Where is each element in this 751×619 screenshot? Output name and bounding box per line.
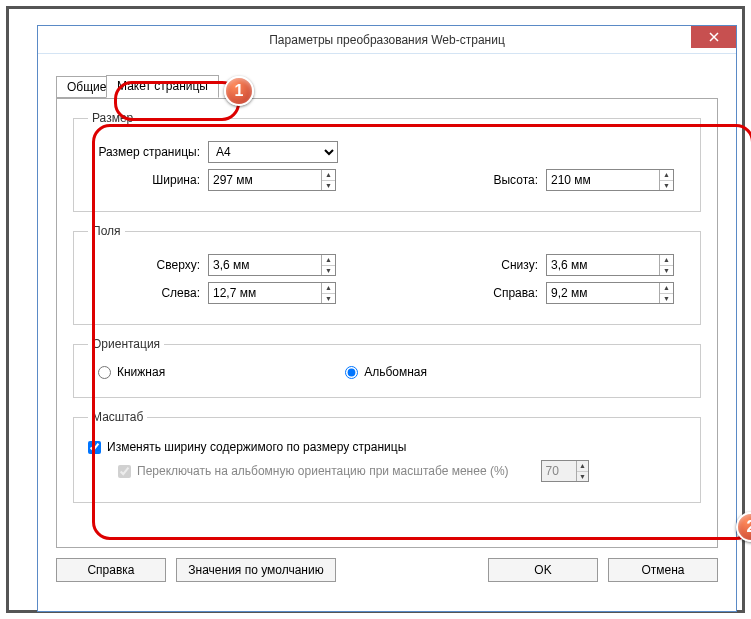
chevron-up-icon[interactable]: ▲ [322,170,335,181]
defaults-button[interactable]: Значения по умолчанию [176,558,336,582]
margin-left-spinner[interactable]: ▲▼ [208,282,336,304]
margin-top-input[interactable] [209,255,321,275]
help-button[interactable]: Справка [56,558,166,582]
group-size: Размер Размер страницы: A4 Ширина: ▲▼ [73,111,701,212]
window-title: Параметры преобразования Web-страниц [269,33,505,47]
chevron-up-icon[interactable]: ▲ [322,255,335,266]
width-input[interactable] [209,170,321,190]
width-spinner[interactable]: ▲▼ [208,169,336,191]
group-orientation-legend: Ориентация [88,337,164,351]
radio-portrait-input[interactable] [98,366,111,379]
margin-top-spinner[interactable]: ▲▼ [208,254,336,276]
group-orientation: Ориентация Книжная Альбомная [73,337,701,398]
annotation-badge-1: 1 [224,76,254,106]
radio-landscape-label: Альбомная [364,365,427,379]
dialog-window: Параметры преобразования Web-страниц Общ… [37,25,737,612]
height-spinner[interactable]: ▲▼ [546,169,674,191]
switch-landscape-spinner: ▲▼ [541,460,589,482]
chevron-down-icon: ▼ [577,472,587,482]
spinner-arrows[interactable]: ▲▼ [659,170,673,190]
switch-landscape-checkbox [118,465,131,478]
switch-landscape-label: Переключать на альбомную ориентацию при … [137,464,509,478]
button-bar: Справка Значения по умолчанию OK Отмена [56,548,718,582]
chevron-up-icon: ▲ [577,461,587,472]
tab-bar: Общие Макет страницы [56,74,718,98]
spinner-arrows[interactable]: ▲▼ [321,170,335,190]
close-icon [709,32,719,42]
group-margins: Поля Сверху: ▲▼ Снизу: ▲▼ [73,224,701,325]
margin-left-label: Слева: [88,286,208,300]
chevron-down-icon[interactable]: ▼ [660,181,673,191]
margin-right-label: Справа: [456,286,546,300]
chevron-up-icon[interactable]: ▲ [322,283,335,294]
dialog-content: Общие Макет страницы Размер Размер стран… [38,54,736,594]
spinner-arrows[interactable]: ▲▼ [321,255,335,275]
height-label: Высота: [456,173,546,187]
margin-right-input[interactable] [547,283,659,303]
outer-frame: Параметры преобразования Web-страниц Общ… [6,6,745,613]
page-size-label: Размер страницы: [88,145,208,159]
spinner-arrows[interactable]: ▲▼ [659,283,673,303]
titlebar: Параметры преобразования Web-страниц [38,26,736,54]
margin-top-label: Сверху: [88,258,208,272]
spinner-arrows: ▲▼ [576,461,587,481]
chevron-up-icon[interactable]: ▲ [660,255,673,266]
margin-bottom-label: Снизу: [456,258,546,272]
chevron-down-icon[interactable]: ▼ [322,181,335,191]
switch-landscape-row: Переключать на альбомную ориентацию при … [118,460,686,482]
spinner-arrows[interactable]: ▲▼ [659,255,673,275]
height-input[interactable] [547,170,659,190]
spinner-arrows[interactable]: ▲▼ [321,283,335,303]
radio-portrait-label: Книжная [117,365,165,379]
group-scale: Масштаб Изменять ширину содержимого по р… [73,410,701,503]
chevron-down-icon[interactable]: ▼ [660,294,673,304]
margin-left-input[interactable] [209,283,321,303]
radio-landscape-input[interactable] [345,366,358,379]
chevron-down-icon[interactable]: ▼ [322,266,335,276]
radio-landscape[interactable]: Альбомная [345,365,427,379]
tab-panel-layout: Размер Размер страницы: A4 Ширина: ▲▼ [56,98,718,548]
chevron-up-icon[interactable]: ▲ [660,283,673,294]
chevron-down-icon[interactable]: ▼ [322,294,335,304]
chevron-down-icon[interactable]: ▼ [660,266,673,276]
margin-bottom-input[interactable] [547,255,659,275]
fit-width-row[interactable]: Изменять ширину содержимого по размеру с… [88,440,686,454]
margin-right-spinner[interactable]: ▲▼ [546,282,674,304]
chevron-up-icon[interactable]: ▲ [660,170,673,181]
fit-width-checkbox[interactable] [88,441,101,454]
width-label: Ширина: [88,173,208,187]
ok-button[interactable]: OK [488,558,598,582]
margin-bottom-spinner[interactable]: ▲▼ [546,254,674,276]
group-margins-legend: Поля [88,224,125,238]
annotation-badge-2: 2 [736,512,751,542]
close-button[interactable] [691,26,736,48]
switch-landscape-input [542,461,577,481]
group-scale-legend: Масштаб [88,410,147,424]
page-size-select[interactable]: A4 [208,141,338,163]
radio-portrait[interactable]: Книжная [98,365,165,379]
cancel-button[interactable]: Отмена [608,558,718,582]
fit-width-label: Изменять ширину содержимого по размеру с… [107,440,406,454]
tab-page-layout[interactable]: Макет страницы [106,75,219,98]
group-size-legend: Размер [88,111,137,125]
